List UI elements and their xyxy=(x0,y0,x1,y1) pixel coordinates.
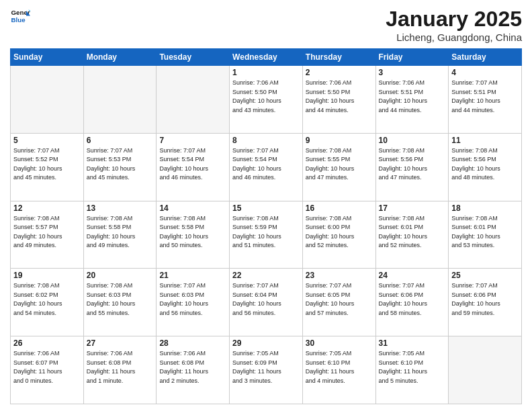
header-wednesday: Wednesday xyxy=(230,49,303,66)
header-tuesday: Tuesday xyxy=(157,49,230,66)
svg-text:Blue: Blue xyxy=(11,16,26,24)
day-number: 16 xyxy=(306,203,373,213)
calendar-cell-w4-d1: 19Sunrise: 7:08 AMSunset: 6:02 PMDayligh… xyxy=(11,269,84,336)
day-number: 7 xyxy=(159,136,226,145)
day-info: Sunrise: 7:07 AMSunset: 6:06 PMDaylight:… xyxy=(451,281,519,318)
calendar-cell-w1-d7: 4Sunrise: 7:07 AMSunset: 5:51 PMDaylight… xyxy=(449,66,522,134)
day-info: Sunrise: 7:07 AMSunset: 5:51 PMDaylight:… xyxy=(451,79,519,115)
day-info: Sunrise: 7:08 AMSunset: 5:58 PMDaylight:… xyxy=(87,214,154,250)
calendar-cell-w5-d4: 29Sunrise: 7:05 AMSunset: 6:09 PMDayligh… xyxy=(230,336,303,404)
day-info: Sunrise: 7:06 AMSunset: 6:08 PMDaylight:… xyxy=(159,349,226,385)
calendar-cell-w3-d6: 17Sunrise: 7:08 AMSunset: 6:01 PMDayligh… xyxy=(375,201,449,269)
header-saturday: Saturday xyxy=(449,49,522,66)
day-info: Sunrise: 7:08 AMSunset: 5:55 PMDaylight:… xyxy=(306,146,373,183)
calendar-cell-w3-d5: 16Sunrise: 7:08 AMSunset: 6:00 PMDayligh… xyxy=(302,201,375,269)
weekday-header-row: Sunday Monday Tuesday Wednesday Thursday… xyxy=(11,49,522,66)
calendar-cell-w1-d2 xyxy=(83,66,157,134)
day-number: 9 xyxy=(306,136,373,145)
calendar-cell-w3-d4: 15Sunrise: 7:08 AMSunset: 5:59 PMDayligh… xyxy=(230,201,303,269)
calendar-cell-w4-d5: 23Sunrise: 7:07 AMSunset: 6:05 PMDayligh… xyxy=(302,269,375,336)
day-number: 18 xyxy=(451,203,519,213)
day-number: 1 xyxy=(232,68,300,77)
day-info: Sunrise: 7:07 AMSunset: 5:54 PMDaylight:… xyxy=(159,146,226,183)
day-info: Sunrise: 7:08 AMSunset: 6:02 PMDaylight:… xyxy=(13,281,81,318)
calendar-cell-w3-d1: 12Sunrise: 7:08 AMSunset: 5:57 PMDayligh… xyxy=(11,201,84,269)
day-number: 26 xyxy=(13,338,81,348)
week-row-1: 1Sunrise: 7:06 AMSunset: 5:50 PMDaylight… xyxy=(11,66,522,134)
day-info: Sunrise: 7:08 AMSunset: 5:56 PMDaylight:… xyxy=(451,146,519,183)
day-info: Sunrise: 7:07 AMSunset: 6:03 PMDaylight:… xyxy=(159,281,226,318)
calendar-cell-w3-d3: 14Sunrise: 7:08 AMSunset: 5:58 PMDayligh… xyxy=(157,201,230,269)
day-info: Sunrise: 7:08 AMSunset: 6:01 PMDaylight:… xyxy=(379,214,446,250)
day-info: Sunrise: 7:08 AMSunset: 5:56 PMDaylight:… xyxy=(379,146,446,183)
day-info: Sunrise: 7:08 AMSunset: 5:59 PMDaylight:… xyxy=(232,214,300,250)
logo-icon: General Blue xyxy=(10,7,30,27)
day-number: 30 xyxy=(306,338,373,348)
day-number: 23 xyxy=(306,271,373,280)
header-monday: Monday xyxy=(83,49,157,66)
calendar-cell-w2-d4: 8Sunrise: 7:07 AMSunset: 5:54 PMDaylight… xyxy=(230,133,303,201)
day-number: 20 xyxy=(87,271,154,280)
header-friday: Friday xyxy=(375,49,449,66)
calendar-cell-w2-d5: 9Sunrise: 7:08 AMSunset: 5:55 PMDaylight… xyxy=(302,133,375,201)
day-info: Sunrise: 7:08 AMSunset: 5:57 PMDaylight:… xyxy=(13,214,81,250)
calendar-cell-w1-d5: 2Sunrise: 7:06 AMSunset: 5:50 PMDaylight… xyxy=(302,66,375,134)
calendar-cell-w5-d3: 28Sunrise: 7:06 AMSunset: 6:08 PMDayligh… xyxy=(157,336,230,404)
day-number: 11 xyxy=(451,136,519,145)
day-info: Sunrise: 7:06 AMSunset: 6:07 PMDaylight:… xyxy=(13,349,81,385)
calendar-cell-w1-d1 xyxy=(11,66,84,134)
header-thursday: Thursday xyxy=(302,49,375,66)
day-info: Sunrise: 7:06 AMSunset: 5:50 PMDaylight:… xyxy=(232,79,300,115)
day-info: Sunrise: 7:08 AMSunset: 6:00 PMDaylight:… xyxy=(306,214,373,250)
calendar-cell-w4-d7: 25Sunrise: 7:07 AMSunset: 6:06 PMDayligh… xyxy=(449,269,522,336)
header-sunday: Sunday xyxy=(11,49,84,66)
calendar-cell-w2-d7: 11Sunrise: 7:08 AMSunset: 5:56 PMDayligh… xyxy=(449,133,522,201)
day-info: Sunrise: 7:07 AMSunset: 6:06 PMDaylight:… xyxy=(379,281,446,318)
day-number: 22 xyxy=(232,271,300,280)
calendar-cell-w5-d1: 26Sunrise: 7:06 AMSunset: 6:07 PMDayligh… xyxy=(11,336,84,404)
day-number: 24 xyxy=(379,271,446,280)
calendar-cell-w4-d4: 22Sunrise: 7:07 AMSunset: 6:04 PMDayligh… xyxy=(230,269,303,336)
calendar-cell-w1-d4: 1Sunrise: 7:06 AMSunset: 5:50 PMDaylight… xyxy=(230,66,303,134)
page: General Blue January 2025 Licheng, Guang… xyxy=(0,0,532,411)
calendar-cell-w4-d2: 20Sunrise: 7:08 AMSunset: 6:03 PMDayligh… xyxy=(83,269,157,336)
day-info: Sunrise: 7:08 AMSunset: 6:03 PMDaylight:… xyxy=(87,281,154,318)
calendar-cell-w3-d7: 18Sunrise: 7:08 AMSunset: 6:01 PMDayligh… xyxy=(449,201,522,269)
day-number: 27 xyxy=(87,338,154,348)
calendar-cell-w2-d6: 10Sunrise: 7:08 AMSunset: 5:56 PMDayligh… xyxy=(375,133,449,201)
day-info: Sunrise: 7:07 AMSunset: 6:04 PMDaylight:… xyxy=(232,281,300,318)
day-info: Sunrise: 7:05 AMSunset: 6:10 PMDaylight:… xyxy=(379,349,446,385)
week-row-3: 12Sunrise: 7:08 AMSunset: 5:57 PMDayligh… xyxy=(11,201,522,269)
week-row-5: 26Sunrise: 7:06 AMSunset: 6:07 PMDayligh… xyxy=(11,336,522,404)
day-number: 28 xyxy=(159,338,226,348)
header: General Blue January 2025 Licheng, Guang… xyxy=(10,7,522,43)
day-number: 15 xyxy=(232,203,300,213)
day-number: 12 xyxy=(13,203,81,213)
day-number: 29 xyxy=(232,338,300,348)
day-info: Sunrise: 7:08 AMSunset: 5:58 PMDaylight:… xyxy=(159,214,226,250)
day-info: Sunrise: 7:06 AMSunset: 5:51 PMDaylight:… xyxy=(379,79,446,115)
calendar-cell-w3-d2: 13Sunrise: 7:08 AMSunset: 5:58 PMDayligh… xyxy=(83,201,157,269)
day-info: Sunrise: 7:07 AMSunset: 6:05 PMDaylight:… xyxy=(306,281,373,318)
calendar-cell-w5-d7 xyxy=(449,336,522,404)
day-number: 4 xyxy=(451,68,519,77)
title-block: January 2025 Licheng, Guangdong, China xyxy=(386,7,522,43)
day-number: 2 xyxy=(306,68,373,77)
day-number: 31 xyxy=(379,338,446,348)
day-number: 6 xyxy=(87,136,154,145)
week-row-4: 19Sunrise: 7:08 AMSunset: 6:02 PMDayligh… xyxy=(11,269,522,336)
calendar-cell-w5-d5: 30Sunrise: 7:05 AMSunset: 6:10 PMDayligh… xyxy=(302,336,375,404)
day-info: Sunrise: 7:06 AMSunset: 6:08 PMDaylight:… xyxy=(87,349,154,385)
day-info: Sunrise: 7:05 AMSunset: 6:10 PMDaylight:… xyxy=(306,349,373,385)
day-number: 8 xyxy=(232,136,300,145)
month-title: January 2025 xyxy=(386,7,522,32)
day-number: 19 xyxy=(13,271,81,280)
calendar-cell-w5-d6: 31Sunrise: 7:05 AMSunset: 6:10 PMDayligh… xyxy=(375,336,449,404)
calendar-cell-w4-d6: 24Sunrise: 7:07 AMSunset: 6:06 PMDayligh… xyxy=(375,269,449,336)
day-info: Sunrise: 7:07 AMSunset: 5:54 PMDaylight:… xyxy=(232,146,300,183)
calendar-cell-w2-d2: 6Sunrise: 7:07 AMSunset: 5:53 PMDaylight… xyxy=(83,133,157,201)
day-info: Sunrise: 7:08 AMSunset: 6:01 PMDaylight:… xyxy=(451,214,519,250)
location: Licheng, Guangdong, China xyxy=(386,32,522,43)
day-number: 21 xyxy=(159,271,226,280)
day-number: 5 xyxy=(13,136,81,145)
